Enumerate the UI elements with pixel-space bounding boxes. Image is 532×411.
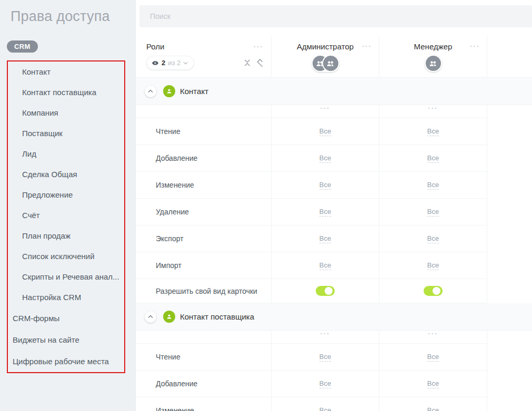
permission-row: ДобавлениеВсеВсе xyxy=(136,145,532,172)
group-avatar-icon xyxy=(323,56,338,71)
permission-row: Разрешить свой вид карточки xyxy=(136,279,532,303)
collapse-all-icon[interactable] xyxy=(244,58,251,67)
empty-header-cell xyxy=(487,36,532,78)
search-bar xyxy=(139,5,532,27)
permission-row: ЭкспортВсеВсе xyxy=(136,225,532,252)
permission-value-link[interactable]: Все xyxy=(319,379,331,388)
sidebar-item-crm-entity[interactable]: Сделка Общая xyxy=(8,164,124,184)
permission-value-link[interactable]: Все xyxy=(427,406,439,411)
permission-value-link[interactable]: Все xyxy=(427,208,439,217)
group-avatar-icon xyxy=(426,56,441,71)
entity-section-title: Контакт xyxy=(180,87,208,96)
expand-all-icon[interactable] xyxy=(256,58,264,67)
column-menu-icon[interactable]: ··· xyxy=(320,106,330,110)
permission-row: ЧтениеВсеВсе xyxy=(136,344,532,371)
filter-count: 2 xyxy=(162,59,165,67)
permission-value-link[interactable]: Все xyxy=(319,154,331,163)
column-actions-row: ······ xyxy=(136,105,532,118)
roles-header-cell: Роли ··· 2 из 2 xyxy=(136,36,272,78)
permission-label: Удаление xyxy=(136,199,272,225)
role-column-manager: Менеджер··· xyxy=(379,36,487,78)
permission-value-link[interactable]: Все xyxy=(319,353,331,362)
sidebar-item-crm-entity[interactable]: Контакт xyxy=(8,61,124,82)
roles-header-label: Роли xyxy=(146,42,165,51)
entity-section-header: Контакт поставщика xyxy=(136,303,532,331)
permission-value-link[interactable]: Все xyxy=(319,127,331,136)
permissions-panel: Роли ··· 2 из 2 xyxy=(135,0,532,411)
column-menu-icon[interactable]: ··· xyxy=(320,332,330,336)
permission-value-link[interactable]: Все xyxy=(427,379,439,388)
permission-row: ИзменениеВсеВсе xyxy=(136,397,532,411)
permission-label: Импорт xyxy=(136,252,272,279)
entity-icon xyxy=(163,311,175,323)
sidebar-item-crm-entity[interactable]: Поставщик xyxy=(8,123,124,143)
permission-label: Чтение xyxy=(136,344,272,371)
collapse-section-icon[interactable] xyxy=(145,311,156,323)
permission-value-link[interactable]: Все xyxy=(427,234,439,243)
sidebar-item-crm-entity[interactable]: Счёт xyxy=(8,205,124,225)
permission-value-link[interactable]: Все xyxy=(319,261,331,270)
permission-label: Добавление xyxy=(136,145,272,172)
role-column-administrator: Администратор··· xyxy=(272,36,379,78)
column-actions-row: ······ xyxy=(136,331,532,344)
roles-filter-dropdown[interactable]: 2 из 2 xyxy=(146,56,194,70)
annotation-red-box: КонтактКонтакт поставщикаКомпанияПоставщ… xyxy=(7,60,125,373)
collapse-section-icon[interactable] xyxy=(145,86,156,97)
search-input[interactable] xyxy=(139,5,532,27)
table-header-row: Роли ··· 2 из 2 xyxy=(136,36,532,78)
settings-sidebar: Права доступа CRM КонтактКонтакт поставщ… xyxy=(0,0,135,411)
eye-icon xyxy=(152,59,159,67)
permission-value-link[interactable]: Все xyxy=(427,127,439,136)
sidebar-item-section[interactable]: Цифровые рабочие места xyxy=(8,351,124,372)
role-menu-icon[interactable]: ··· xyxy=(470,44,480,48)
role-members-avatars[interactable] xyxy=(425,55,442,72)
sidebar-item-crm-entity[interactable]: Скрипты и Речевая анал... xyxy=(8,266,124,287)
permission-label: Добавление xyxy=(136,371,272,397)
entity-section-title: Контакт поставщика xyxy=(180,312,254,321)
permission-value-link[interactable]: Все xyxy=(319,208,331,217)
sidebar-item-crm-entity[interactable]: Предложение xyxy=(8,184,124,205)
sidebar-item-crm-entity[interactable]: Список исключений xyxy=(8,246,124,266)
sidebar-item-crm-entity[interactable]: Контакт поставщика xyxy=(8,82,124,102)
chevron-down-icon xyxy=(183,61,188,65)
sidebar-item-crm-entity[interactable]: Компания xyxy=(8,102,124,123)
permission-value-link[interactable]: Все xyxy=(319,234,331,243)
permission-label: Разрешить свой вид карточки xyxy=(136,279,272,303)
permission-value-link[interactable]: Все xyxy=(319,406,331,411)
filter-total: из 2 xyxy=(168,59,180,67)
role-title: Менеджер xyxy=(414,42,453,51)
column-menu-icon[interactable]: ··· xyxy=(428,332,438,336)
entity-icon xyxy=(163,85,175,97)
permission-row: ИзменениеВсеВсе xyxy=(136,172,532,199)
permission-value-link[interactable]: Все xyxy=(319,181,331,190)
page-title: Права доступа xyxy=(11,8,110,25)
permission-value-link[interactable]: Все xyxy=(427,154,439,163)
sidebar-item-section[interactable]: Виджеты на сайте xyxy=(8,329,124,351)
permission-value-link[interactable]: Все xyxy=(427,181,439,190)
column-menu-icon[interactable]: ··· xyxy=(428,106,438,110)
permission-row: ДобавлениеВсеВсе xyxy=(136,371,532,397)
role-title: Администратор xyxy=(297,42,354,51)
permission-toggle-on[interactable] xyxy=(316,286,335,296)
permission-row: УдалениеВсеВсе xyxy=(136,199,532,225)
sidebar-item-section[interactable]: CRM-формы xyxy=(8,307,124,329)
crm-section-badge[interactable]: CRM xyxy=(7,40,38,53)
sidebar-item-crm-entity[interactable]: Лид xyxy=(8,143,124,164)
role-members-avatars[interactable] xyxy=(312,55,339,72)
permission-label: Изменение xyxy=(136,397,272,411)
sidebar-item-crm-entity[interactable]: План продаж xyxy=(8,225,124,246)
permission-label: Изменение xyxy=(136,172,272,199)
permission-label: Чтение xyxy=(136,118,272,145)
permission-value-link[interactable]: Все xyxy=(427,353,439,362)
entity-section-header: Контакт xyxy=(136,78,532,105)
permission-value-link[interactable]: Все xyxy=(427,261,439,270)
sidebar-item-crm-entity[interactable]: Настройка CRM xyxy=(8,287,124,307)
permission-row: ЧтениеВсеВсе xyxy=(136,118,532,145)
permission-label: Экспорт xyxy=(136,225,272,252)
roles-menu-icon[interactable]: ··· xyxy=(254,45,264,49)
permissions-table: Роли ··· 2 из 2 xyxy=(136,36,532,411)
permission-toggle-on[interactable] xyxy=(424,286,443,296)
permission-row: ИмпортВсеВсе xyxy=(136,252,532,279)
role-menu-icon[interactable]: ··· xyxy=(362,44,372,48)
